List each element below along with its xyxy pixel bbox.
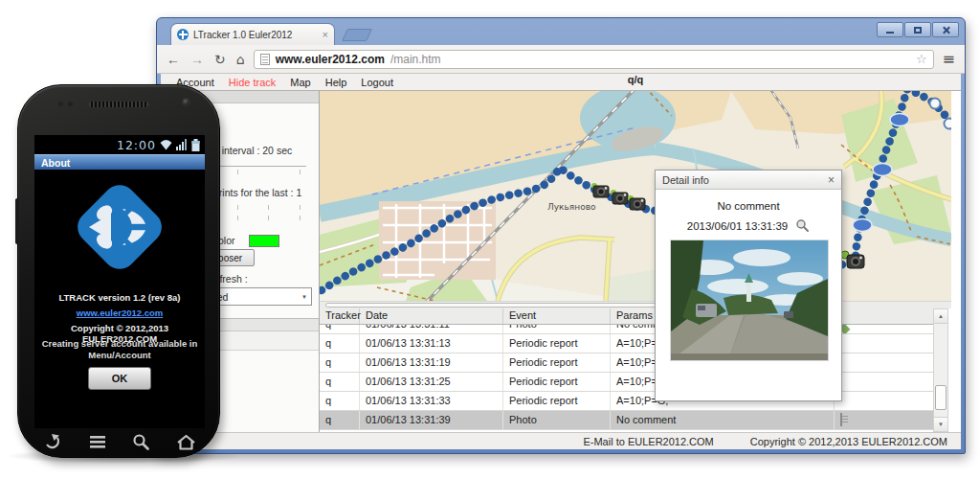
slider-tick (300, 205, 301, 210)
url-path: /main.htm (390, 53, 441, 66)
phone-status-bar: 12:00 (34, 135, 205, 154)
cell-event: Photo (503, 411, 611, 429)
hscroll-thumb[interactable] (325, 303, 691, 308)
menu-map[interactable]: Map (290, 77, 310, 88)
browser-tab[interactable]: LTracker 1.0 Euler2012 × (170, 23, 335, 45)
magnifier-icon[interactable] (795, 218, 810, 233)
map-horizontal-scrollbar[interactable] (320, 301, 951, 308)
window-minimize-button[interactable] (877, 22, 903, 37)
note-line-2: Menu/Account (34, 350, 205, 360)
cell-event: Periodic report (503, 334, 611, 353)
cell-date: 01/06/13 13:31:19 (360, 354, 503, 372)
slider-tick (268, 216, 269, 220)
menu-logout[interactable]: Logout (361, 77, 393, 88)
cell-date: 01/06/13 13:31:33 (360, 392, 503, 410)
version-text: LTRACK version 1.2 (rev 8a) (34, 292, 205, 303)
menu-nav-icon[interactable] (89, 435, 106, 449)
cell-params: No comment (611, 411, 835, 429)
url-host: www.euler2012.com (276, 53, 385, 66)
place-label: Лукьяново (547, 202, 596, 212)
tab-strip: LTracker 1.0 Euler2012 × (157, 18, 965, 45)
menu-hide-track[interactable]: Hide track (229, 77, 277, 88)
events-table: Tracker Date Event Params q 01/06/13 13:… (320, 308, 951, 432)
back-nav-icon[interactable] (41, 434, 62, 450)
cell-attachment (835, 325, 933, 333)
app-menubar: Account Hide track Map Help Logout q/q (161, 74, 961, 91)
popup-header[interactable]: Detail info × (656, 171, 841, 190)
copyright-text: Copyright © 2012,2013 EULER2012.COM (750, 436, 947, 447)
slider-tick (300, 216, 301, 220)
select-arrow-icon: ▼ (301, 294, 307, 300)
cell-date: 01/06/13 13:31:11 (360, 325, 503, 333)
minimize-icon (886, 32, 894, 34)
document-attachment-icon[interactable] (840, 413, 842, 426)
cell-attachment (835, 392, 933, 410)
vscroll-thumb[interactable] (935, 385, 947, 410)
popup-timestamp: 2013/06/01 13:31:39 (687, 220, 789, 232)
signal-icon (176, 139, 188, 150)
cell-date: 01/06/13 13:31:13 (360, 334, 503, 353)
front-camera (182, 98, 190, 106)
bookmark-star-icon[interactable]: ☆ (916, 52, 927, 66)
browser-menu-icon[interactable]: ≡ (941, 50, 957, 68)
cell-event: Photo (503, 325, 611, 333)
map-view[interactable]: Лукьяново (320, 91, 951, 301)
tab-close-icon[interactable]: × (323, 30, 328, 40)
about-dialog-body: LTRACK version 1.2 (rev 8a) www.euler201… (34, 170, 205, 428)
phone-nav-bar (41, 432, 196, 451)
page-content: Account Hide track Map Help Logout q/q R… (161, 74, 961, 449)
refresh-button[interactable]: ↻ (212, 53, 228, 66)
search-nav-icon[interactable] (132, 433, 149, 450)
cell-tracker: q (320, 334, 360, 353)
cell-attachment (835, 354, 933, 372)
detail-info-popup: Detail info × No comment 2013/06/01 13:3… (655, 170, 842, 401)
close-icon (942, 26, 950, 34)
cell-attachment (835, 411, 933, 429)
table-row-selected[interactable]: q 01/06/13 13:31:39 Photo No comment (320, 411, 933, 430)
forward-button[interactable]: → (189, 53, 206, 66)
home-nav-icon[interactable] (176, 434, 196, 450)
maximize-icon (914, 27, 922, 34)
desktop: LTracker 1.0 Euler2012 × ← → ↻ ⌂ www.eul… (0, 0, 980, 479)
about-title: About (41, 157, 70, 169)
header-tracker[interactable]: Tracker (320, 308, 360, 324)
email-link[interactable]: E-Mail to EULER2012.COM (583, 436, 713, 447)
ok-button[interactable]: OK (88, 367, 151, 390)
scroll-down-icon[interactable]: ▼ (934, 417, 947, 431)
phone-screen: 12:00 About (34, 135, 205, 428)
new-tab-button[interactable] (342, 29, 372, 41)
cell-date: 01/06/13 13:31:39 (360, 411, 503, 429)
cell-event: Periodic report (503, 354, 611, 372)
cell-tracker: q (320, 392, 360, 410)
cell-event: Periodic report (503, 373, 611, 391)
map-canvas: Лукьяново (320, 91, 951, 301)
volume-button (15, 198, 19, 244)
header-date[interactable]: Date (360, 308, 503, 324)
smartphone: 12:00 About (17, 84, 220, 458)
website-link[interactable]: www.euler2012.com (34, 308, 205, 318)
slider-tick (237, 170, 238, 174)
menu-help[interactable]: Help (325, 77, 347, 88)
table-vertical-scrollbar[interactable]: ▲ ▼ (933, 308, 948, 432)
cell-tracker: q (320, 325, 360, 333)
cell-attachment (835, 334, 933, 353)
slider-tick (268, 205, 269, 210)
window-maximize-button[interactable] (904, 22, 931, 37)
popup-title: Detail info (662, 174, 828, 186)
status-bar: E-Mail to EULER2012.COM Copyright © 2012… (161, 432, 961, 449)
proximity-sensor (58, 102, 63, 106)
scroll-up-icon[interactable]: ▲ (934, 309, 947, 324)
window-close-button[interactable] (932, 22, 959, 37)
popup-close-icon[interactable]: × (828, 174, 835, 186)
browser-toolbar: ← → ↻ ⌂ www.euler2012.com /main.htm ☆ ≡ (157, 45, 965, 74)
ltrack-logo (70, 177, 169, 277)
home-button[interactable]: ⌂ (234, 53, 247, 66)
cell-tracker: q (320, 411, 360, 429)
header-event[interactable]: Event (503, 308, 611, 324)
back-button[interactable]: ← (165, 53, 182, 66)
slider-tick (237, 216, 238, 220)
track-color-swatch (249, 235, 279, 247)
address-bar[interactable]: www.euler2012.com /main.htm ☆ (254, 50, 934, 69)
note-line-1: Creating server account available in (34, 338, 205, 349)
wifi-icon (160, 139, 172, 150)
